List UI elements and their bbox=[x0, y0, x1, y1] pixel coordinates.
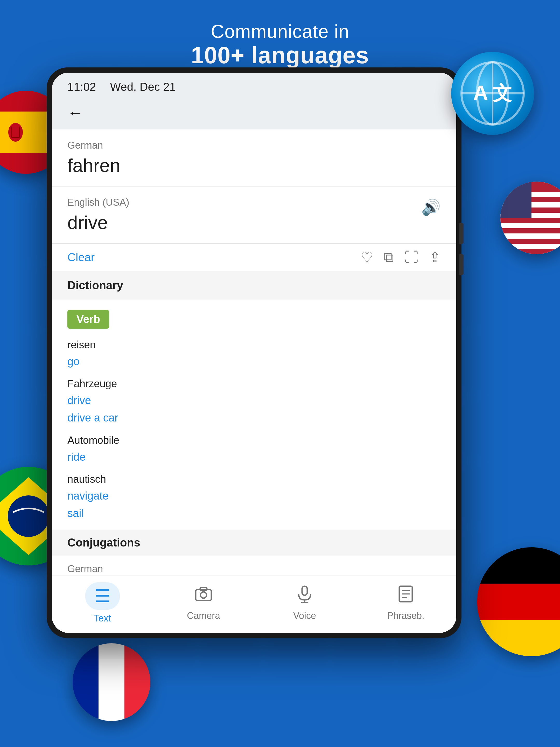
header-subtitle: Communicate in bbox=[0, 21, 560, 42]
svg-rect-9 bbox=[500, 223, 560, 228]
svg-point-23 bbox=[201, 592, 207, 598]
svg-rect-11 bbox=[500, 244, 560, 249]
voice-nav-label: Voice bbox=[293, 610, 316, 621]
dict-translation-navigate: navigatesail bbox=[68, 487, 441, 522]
svg-text:A: A bbox=[473, 81, 488, 104]
dict-entry-automobile: Automobile ride bbox=[68, 434, 441, 466]
conj-german-label: German bbox=[68, 563, 441, 574]
bottom-navigation: ☰ Text Camera bbox=[52, 575, 456, 633]
dict-entry-fahrzeuge: Fahrzeuge drivedrive a car bbox=[68, 378, 441, 427]
translator-app-icon: A 文 bbox=[451, 52, 534, 135]
clear-button[interactable]: Clear bbox=[68, 251, 95, 264]
france-flag-circle bbox=[73, 643, 150, 721]
conjugation-section: Conjugations German fahren ich fahre du … bbox=[68, 530, 441, 575]
nav-active-indicator: ☰ bbox=[85, 582, 120, 610]
nav-item-text[interactable]: ☰ Text bbox=[52, 582, 153, 624]
svg-rect-12 bbox=[500, 182, 532, 218]
share-icon[interactable]: ⇪ bbox=[429, 249, 441, 265]
germany-red-stripe bbox=[477, 584, 560, 620]
nav-item-phrasebook[interactable]: Phraseb. bbox=[355, 585, 456, 621]
phrasebook-nav-icon bbox=[397, 585, 415, 607]
dict-category-name-reisen: reisen bbox=[68, 339, 441, 351]
voice-nav-icon bbox=[296, 585, 314, 607]
target-text: drive bbox=[68, 212, 441, 233]
favorite-icon[interactable]: ♡ bbox=[361, 249, 373, 265]
text-nav-icon: ☰ bbox=[95, 586, 111, 607]
expand-icon[interactable]: ⛶ bbox=[404, 249, 419, 265]
main-content: German fahren English (USA) drive 🔊 Clea… bbox=[52, 129, 456, 633]
phrasebook-nav-label: Phraseb. bbox=[387, 610, 424, 621]
dict-entry-reisen: reisen go bbox=[68, 339, 441, 370]
svg-rect-4 bbox=[12, 127, 20, 137]
action-icons-group: ♡ ⧉ ⛶ ⇪ bbox=[361, 249, 441, 265]
france-flag bbox=[73, 643, 150, 721]
camera-nav-label: Camera bbox=[187, 610, 220, 621]
dictionary-section-header: Dictionary bbox=[52, 271, 456, 300]
dict-category-name-nautisch: nautisch bbox=[68, 473, 441, 485]
dict-translation-drive: drivedrive a car bbox=[68, 392, 441, 427]
status-date: Wed, Dec 21 bbox=[104, 80, 176, 93]
source-text: fahren bbox=[68, 155, 441, 176]
svg-rect-10 bbox=[500, 233, 560, 239]
tablet-side-button-2 bbox=[459, 254, 463, 275]
status-time: 11:02 bbox=[68, 80, 96, 93]
source-language-label: German bbox=[68, 140, 441, 151]
dict-category-name-automobile: Automobile bbox=[68, 434, 441, 446]
dict-translation-go: go bbox=[68, 353, 441, 370]
nav-item-camera[interactable]: Camera bbox=[153, 585, 254, 621]
action-bar: Clear ♡ ⧉ ⛶ ⇪ bbox=[52, 243, 456, 271]
france-white-stripe bbox=[99, 643, 125, 721]
tablet-device: 11:02 Wed, Dec 21 ← German fahren Englis… bbox=[47, 68, 461, 638]
usa-flag-circle bbox=[500, 182, 560, 254]
app-bar: ← bbox=[52, 99, 456, 129]
tablet-side-button-1 bbox=[459, 223, 463, 244]
nav-item-voice[interactable]: Voice bbox=[254, 585, 355, 621]
dictionary-content: Verb reisen go Fahrzeuge drivedrive a ca… bbox=[52, 300, 456, 575]
camera-nav-icon bbox=[194, 585, 213, 607]
status-bar: 11:02 Wed, Dec 21 bbox=[52, 73, 456, 99]
dict-entry-nautisch: nautisch navigatesail bbox=[68, 473, 441, 522]
pos-badge-verb: Verb bbox=[68, 310, 109, 329]
dictionary-title: Dictionary bbox=[68, 279, 441, 292]
conjugation-section-title: Conjugations bbox=[52, 530, 456, 556]
text-nav-label: Text bbox=[94, 613, 111, 624]
source-language-section[interactable]: German fahren bbox=[52, 129, 456, 186]
copy-icon[interactable]: ⧉ bbox=[384, 249, 394, 265]
svg-text:文: 文 bbox=[492, 82, 512, 104]
target-language-label: English (USA) bbox=[68, 197, 441, 208]
back-button[interactable]: ← bbox=[68, 104, 83, 122]
dict-category-name-fahrzeuge: Fahrzeuge bbox=[68, 378, 441, 390]
target-language-section[interactable]: English (USA) drive 🔊 bbox=[52, 186, 456, 243]
text-to-speech-button[interactable]: 🔊 bbox=[421, 198, 441, 216]
tablet-screen: 11:02 Wed, Dec 21 ← German fahren Englis… bbox=[52, 73, 456, 633]
svg-rect-25 bbox=[302, 586, 307, 595]
usa-flag bbox=[500, 182, 560, 254]
dict-translation-ride: ride bbox=[68, 448, 441, 466]
svg-point-15 bbox=[8, 495, 49, 537]
